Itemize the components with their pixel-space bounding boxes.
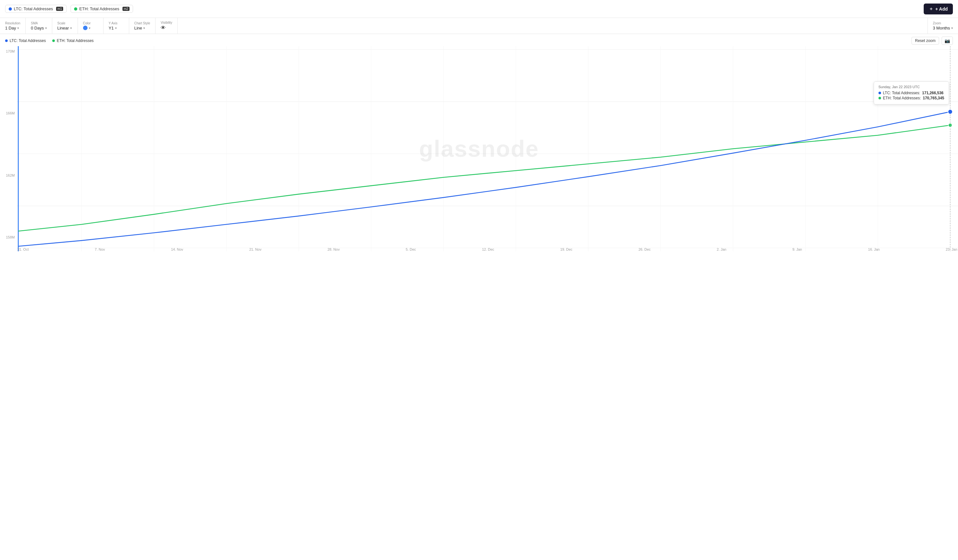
metrics-list: LTC: Total Addresses m1 ETH: Total Addre… — [5, 5, 133, 13]
y-axis: 170M 166M 162M 158M — [0, 46, 16, 242]
eth-label: ETH: Total Addresses — [79, 6, 119, 11]
eye-icon: 👁 — [161, 25, 166, 31]
resolution-chevron: ▾ — [17, 26, 19, 30]
x-label-2: 14. Nov — [171, 247, 183, 251]
resolution-value: 1 Day ▾ — [5, 25, 20, 30]
legend-eth: ETH: Total Addresses — [52, 38, 94, 43]
add-button[interactable]: ＋ + Add — [924, 3, 953, 14]
color-control[interactable]: Color ▾ — [78, 18, 103, 34]
x-label-4: 28. Nov — [327, 247, 339, 251]
x-label-0: 31. Oct — [17, 247, 29, 251]
controls-bar: Resolution 1 Day ▾ SMA 0 Days ▾ Scale Li… — [0, 18, 958, 34]
y-label-162m: 162M — [1, 173, 15, 177]
y-label-158m: 158M — [1, 235, 15, 239]
ltc-badge: m1 — [56, 7, 63, 11]
x-label-5: 5. Dec — [406, 247, 416, 251]
scale-chevron: ▾ — [70, 26, 72, 30]
x-label-8: 26. Dec — [638, 247, 650, 251]
visibility-value: 👁 — [161, 25, 172, 31]
resolution-control[interactable]: Resolution 1 Day ▾ — [0, 18, 25, 34]
color-dot — [83, 25, 87, 30]
eth-dot — [74, 7, 77, 11]
x-label-7: 19. Dec — [560, 247, 572, 251]
color-chevron: ▾ — [89, 26, 90, 30]
x-label-11: 16. Jan — [868, 247, 880, 251]
sma-value: 0 Days ▾ — [31, 25, 46, 30]
chart-style-chevron: ▾ — [143, 26, 145, 30]
yaxis-chevron: ▾ — [115, 26, 117, 30]
ltc-label: LTC: Total Addresses — [14, 6, 53, 11]
zoom-chevron: ▾ — [951, 26, 953, 30]
sma-chevron: ▾ — [45, 26, 47, 30]
legend-ltc-dot — [5, 40, 8, 42]
svg-point-20 — [948, 109, 953, 114]
top-bar: LTC: Total Addresses m1 ETH: Total Addre… — [0, 0, 958, 18]
x-label-3: 21. Nov — [249, 247, 261, 251]
chart-style-value: Line ▾ — [134, 25, 150, 30]
sma-label: SMA — [31, 21, 46, 25]
ltc-dot — [9, 7, 12, 11]
yaxis-control[interactable]: Y Axis Y1 ▾ — [103, 18, 129, 34]
chart-legend: LTC: Total Addresses ETH: Total Addresse… — [5, 38, 94, 43]
add-label: + Add — [935, 6, 948, 11]
metric-ltc[interactable]: LTC: Total Addresses m1 — [5, 5, 67, 13]
zoom-control[interactable]: Zoom 3 Months ▾ — [928, 18, 958, 34]
yaxis-value: Y1 ▾ — [109, 25, 124, 30]
legend-ltc: LTC: Total Addresses — [5, 38, 46, 43]
visibility-control[interactable]: Visibility 👁 — [155, 18, 178, 34]
x-label-9: 2. Jan — [717, 247, 726, 251]
main-chart-svg — [17, 46, 958, 251]
x-label-12: 23. Jan — [946, 247, 957, 251]
color-value: ▾ — [83, 25, 98, 30]
legend-eth-label: ETH: Total Addresses — [57, 38, 94, 43]
chart-wrapper: 170M 166M 162M 158M — [0, 46, 958, 251]
zoom-value: 3 Months ▾ — [933, 25, 953, 30]
x-label-6: 12. Dec — [482, 247, 494, 251]
chart-style-label: Chart Style — [134, 21, 150, 25]
scale-value: Linear ▾ — [57, 25, 73, 30]
legend-ltc-label: LTC: Total Addresses — [10, 38, 46, 43]
color-label: Color — [83, 21, 98, 25]
scale-label: Scale — [57, 21, 73, 25]
yaxis-label: Y Axis — [109, 21, 124, 25]
x-label-10: 9. Jan — [793, 247, 802, 251]
y-label-170m: 170M — [1, 49, 15, 53]
eth-badge: m2 — [122, 7, 130, 11]
x-axis: 31. Oct 7. Nov 14. Nov 21. Nov 28. Nov 5… — [17, 247, 958, 251]
metric-eth[interactable]: ETH: Total Addresses m2 — [71, 5, 133, 13]
chart-style-control[interactable]: Chart Style Line ▾ — [129, 18, 155, 34]
legend-eth-dot — [52, 40, 55, 42]
chart-area: LTC: Total Addresses ETH: Total Addresse… — [0, 34, 958, 251]
add-icon: ＋ — [929, 6, 933, 12]
zoom-label: Zoom — [933, 21, 953, 25]
visibility-label: Visibility — [161, 21, 172, 24]
reset-zoom-button[interactable]: Reset zoom — [912, 37, 939, 44]
y-label-166m: 166M — [1, 111, 15, 115]
svg-point-21 — [948, 123, 952, 127]
resolution-label: Resolution — [5, 21, 20, 25]
sma-control[interactable]: SMA 0 Days ▾ — [25, 18, 52, 34]
x-label-1: 7. Nov — [95, 247, 105, 251]
scale-control[interactable]: Scale Linear ▾ — [52, 18, 78, 34]
camera-button[interactable]: 📷 — [942, 36, 953, 45]
